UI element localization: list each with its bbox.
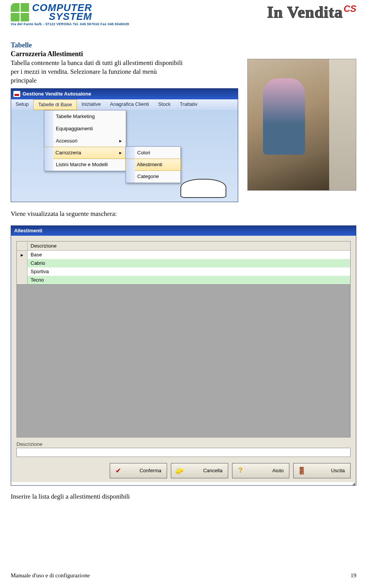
menu-stock[interactable]: Stock	[154, 99, 175, 110]
menu-trattativ[interactable]: Trattativ	[175, 99, 202, 110]
section-paragraph-1: Tabella contenente la banca dati di tutt…	[11, 59, 183, 85]
menu-screenshot: Gestione Vendite Autosalone Setup Tabell…	[11, 88, 238, 202]
menu-iniziative[interactable]: Iniziative	[77, 99, 106, 110]
allestimenti-window: Allestimenti Descrizione ▸Base Cabrio Sp…	[11, 225, 356, 486]
table-row[interactable]: ▸Base	[17, 251, 350, 259]
window-title: Gestione Vendite Autosalone	[23, 91, 91, 97]
cancella-button[interactable]: 🧽Cancella	[171, 463, 228, 478]
eraser-icon: 🧽	[174, 466, 184, 476]
footer-page-number: 19	[351, 572, 356, 579]
dropdown-item-marketing[interactable]: Tabelle Marketing	[44, 110, 126, 123]
row-pointer-icon: ▸	[17, 251, 28, 259]
section-heading: Tabelle	[11, 41, 356, 49]
dropdown-tabelle: Tabelle Marketing Equipaggiamenti Access…	[44, 110, 126, 171]
sub-item-colori[interactable]: Colori	[126, 147, 180, 159]
exit-icon: 🚪	[297, 466, 307, 476]
dropdown-item-equipaggiamenti[interactable]: Equipaggiamenti	[44, 123, 126, 135]
help-icon: ?	[235, 466, 245, 476]
section-subheading: Carrozzeria Allestimenti	[11, 50, 356, 58]
submenu-arrow-icon: ▸	[119, 138, 122, 144]
app-icon	[13, 91, 20, 97]
page-footer: Manuale d'uso e di configurazione 19	[11, 572, 356, 579]
data-grid: Descrizione ▸Base Cabrio Sportiva Tecno	[16, 241, 351, 437]
section-paragraph-2: Viene visualizzata la seguente maschera:	[11, 210, 356, 219]
descrizione-input[interactable]	[16, 448, 351, 457]
allestimenti-title-bar: Allestimenti	[11, 226, 356, 236]
field-label-descrizione: Descrizione	[16, 441, 351, 447]
company-logo-block: COMPUTER SYSTEM Via del Fante 9a/b - 371…	[11, 3, 129, 26]
menu-setup[interactable]: Setup	[11, 99, 33, 110]
resize-grip-icon[interactable]: ◢	[11, 482, 356, 485]
check-icon: ✔	[113, 466, 123, 476]
product-badge: CS	[344, 3, 356, 14]
aiuto-button[interactable]: ?Aiuto	[232, 463, 289, 478]
conferma-button[interactable]: ✔Conferma	[110, 463, 167, 478]
logo-icon	[11, 3, 29, 21]
side-photo	[247, 59, 356, 191]
company-address: Via del Fante 9a/b - 37122 VERONA Tel. 0…	[11, 22, 129, 26]
footer-left: Manuale d'uso e di configurazione	[11, 572, 90, 579]
menu-anagrafica[interactable]: Anagrafica Clienti	[106, 99, 154, 110]
product-name: In Vendita	[267, 3, 343, 21]
grid-column-header[interactable]: Descrizione	[28, 241, 350, 250]
product-logo-block: In Vendita CS	[267, 3, 356, 21]
table-row[interactable]: Sportiva	[17, 267, 350, 276]
dropdown-item-carrozzeria[interactable]: Carrozzeria▸	[44, 147, 126, 159]
submenu-arrow-icon: ▸	[119, 150, 122, 156]
dropdown-item-listini[interactable]: Listini Marche e Modelli	[44, 159, 126, 171]
uscita-button[interactable]: 🚪Uscita	[293, 463, 351, 478]
sub-dropdown-carrozzeria: Colori Allestimenti Categorie	[125, 146, 181, 183]
section-paragraph-3: Inserire la lista degli a allestimenti d…	[11, 492, 356, 501]
table-row[interactable]: Tecno	[17, 276, 350, 284]
window-title-bar: Gestione Vendite Autosalone	[11, 89, 238, 99]
page-header: COMPUTER SYSTEM Via del Fante 9a/b - 371…	[11, 3, 356, 26]
car-sketch-icon	[180, 179, 226, 198]
table-row[interactable]: Cabrio	[17, 259, 350, 267]
sub-item-categorie[interactable]: Categorie	[126, 170, 180, 183]
company-name-line2: SYSTEM	[32, 12, 92, 21]
menu-tabelle[interactable]: Tabelle di Base	[33, 99, 77, 110]
menu-bar: Setup Tabelle di Base Iniziative Anagraf…	[11, 99, 238, 110]
sub-item-allestimenti[interactable]: Allestimenti	[125, 159, 181, 171]
dropdown-item-accessori[interactable]: Accessori▸	[44, 135, 126, 147]
